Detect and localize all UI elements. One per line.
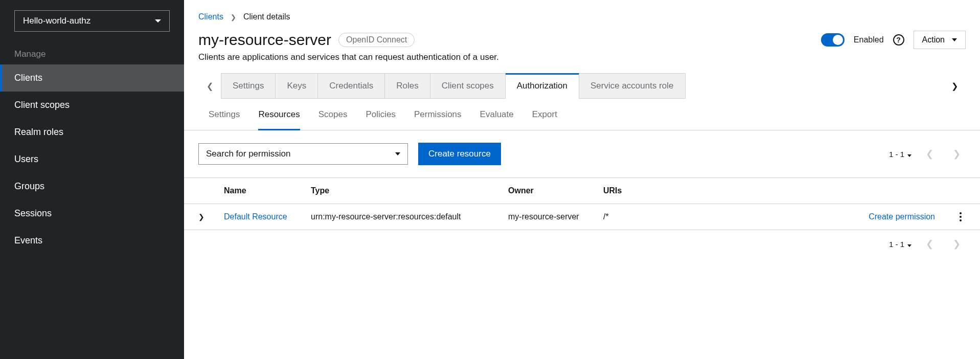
- subtab-permissions[interactable]: Permissions: [414, 105, 462, 124]
- sidebar-item-groups[interactable]: Groups: [0, 173, 184, 200]
- realm-selector[interactable]: Hello-world-authz: [14, 10, 170, 32]
- sidebar-item-users[interactable]: Users: [0, 146, 184, 173]
- realm-name: Hello-world-authz: [23, 16, 90, 26]
- pagination-range[interactable]: 1 - 1: [889, 240, 911, 249]
- chevron-down-icon: [907, 244, 911, 247]
- action-label: Action: [922, 35, 945, 44]
- sidebar: Hello-world-authz Manage Clients Client …: [0, 0, 184, 359]
- pagination-bottom: 1 - 1 ❮ ❯: [889, 238, 966, 250]
- sidebar-item-realm-roles[interactable]: Realm roles: [0, 119, 184, 146]
- main-tabs: ❮ Settings Keys Credentials Roles Client…: [184, 73, 980, 99]
- pagination-prev[interactable]: ❮: [921, 148, 939, 160]
- tab-settings[interactable]: Settings: [221, 73, 276, 99]
- pagination-prev[interactable]: ❮: [921, 238, 939, 250]
- create-permission-link[interactable]: Create permission: [869, 212, 935, 221]
- tab-scroll-left[interactable]: ❮: [198, 73, 221, 99]
- tab-roles[interactable]: Roles: [385, 73, 430, 99]
- th-name: Name: [224, 186, 311, 195]
- th-type: Type: [311, 186, 508, 195]
- table-header-row: Name Type Owner URIs: [184, 177, 980, 204]
- search-dropdown[interactable]: Search for permission: [198, 143, 408, 165]
- row-kebab-menu[interactable]: [955, 212, 966, 221]
- chevron-down-icon: [395, 152, 400, 155]
- pagination-next[interactable]: ❯: [948, 148, 966, 160]
- nav-section-title: Manage: [0, 44, 184, 64]
- help-icon[interactable]: ?: [893, 34, 904, 46]
- tab-container: Settings Keys Credentials Roles Client s…: [221, 73, 943, 99]
- resources-table: Name Type Owner URIs ❯ Default Resource …: [184, 177, 980, 230]
- breadcrumb-clients[interactable]: Clients: [198, 12, 223, 21]
- subtab-resources[interactable]: Resources: [258, 105, 300, 130]
- resource-name-link[interactable]: Default Resource: [224, 212, 287, 221]
- subtab-policies[interactable]: Policies: [366, 105, 396, 124]
- protocol-badge: OpenID Connect: [338, 33, 415, 47]
- sidebar-item-sessions[interactable]: Sessions: [0, 200, 184, 227]
- enabled-label: Enabled: [854, 35, 884, 44]
- table-row: ❯ Default Resource urn:my-resource-serve…: [184, 204, 980, 230]
- tab-scroll-right[interactable]: ❯: [943, 73, 966, 99]
- resource-uris: /*: [603, 212, 668, 221]
- resources-toolbar: Search for permission Create resource 1 …: [184, 130, 980, 177]
- sidebar-item-clients[interactable]: Clients: [0, 64, 184, 92]
- sidebar-item-events[interactable]: Events: [0, 227, 184, 254]
- create-resource-button[interactable]: Create resource: [418, 143, 501, 165]
- main-content: Clients ❯ Client details my-resource-ser…: [184, 0, 980, 359]
- sidebar-item-client-scopes[interactable]: Client scopes: [0, 92, 184, 119]
- authorization-subtabs: Settings Resources Scopes Policies Permi…: [184, 99, 980, 130]
- subtab-export[interactable]: Export: [532, 105, 557, 124]
- pagination-top: 1 - 1 ❮ ❯: [889, 148, 966, 160]
- expand-row-icon[interactable]: ❯: [198, 213, 204, 221]
- page-subtitle: Clients are applications and services th…: [184, 51, 980, 73]
- pagination-bottom-container: 1 - 1 ❮ ❯: [184, 230, 980, 258]
- chevron-down-icon: [907, 154, 911, 157]
- subtab-settings[interactable]: Settings: [209, 105, 240, 124]
- subtab-scopes[interactable]: Scopes: [318, 105, 348, 124]
- resource-type: urn:my-resource-server:resources:default: [311, 212, 508, 221]
- header-actions: Enabled ? Action: [821, 31, 966, 49]
- pagination-next[interactable]: ❯: [948, 238, 966, 250]
- breadcrumb: Clients ❯ Client details: [184, 0, 980, 21]
- chevron-right-icon: ❯: [231, 13, 236, 21]
- page-title: my-resource-server: [198, 31, 331, 49]
- page-header: my-resource-server OpenID Connect Enable…: [184, 21, 980, 51]
- tab-keys[interactable]: Keys: [276, 73, 318, 99]
- action-dropdown[interactable]: Action: [914, 31, 966, 49]
- th-owner: Owner: [508, 186, 603, 195]
- search-placeholder: Search for permission: [206, 149, 290, 159]
- breadcrumb-current: Client details: [243, 12, 290, 21]
- tab-service-accounts[interactable]: Service accounts role: [579, 73, 686, 99]
- enabled-toggle[interactable]: [821, 33, 845, 47]
- tab-credentials[interactable]: Credentials: [318, 73, 385, 99]
- pagination-range[interactable]: 1 - 1: [889, 150, 911, 159]
- chevron-down-icon: [155, 19, 161, 23]
- chevron-down-icon: [952, 38, 957, 41]
- tab-authorization[interactable]: Authorization: [506, 73, 579, 99]
- th-uris: URIs: [603, 186, 668, 195]
- subtab-evaluate[interactable]: Evaluate: [480, 105, 514, 124]
- tab-client-scopes[interactable]: Client scopes: [430, 73, 506, 99]
- resource-owner: my-resource-server: [508, 212, 603, 221]
